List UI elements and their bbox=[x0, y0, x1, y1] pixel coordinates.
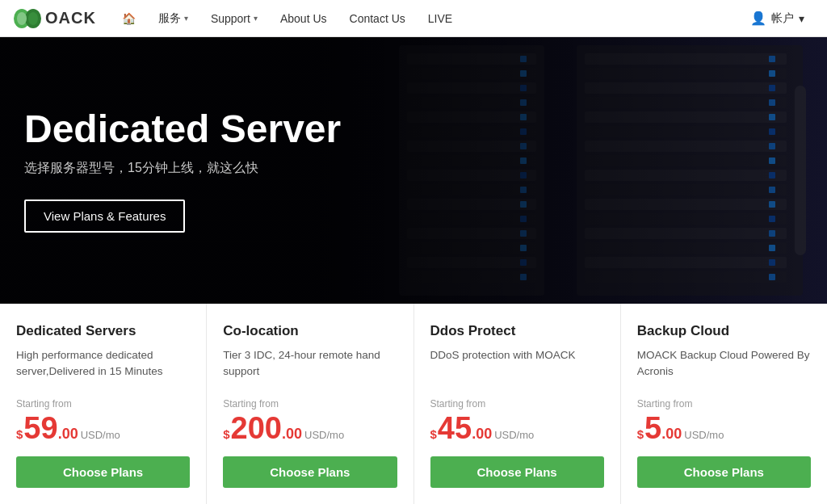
price-dollar-3: $ bbox=[637, 427, 644, 441]
card-dedicated-starting: Starting from bbox=[16, 398, 190, 410]
card-colocation-price: $ 200 .00 USD/mo bbox=[223, 413, 397, 443]
price-main-3: 5 bbox=[644, 413, 661, 443]
price-unit-2: USD/mo bbox=[494, 429, 534, 441]
card-colocation: Co-location Tier 3 IDC, 24-hour remote h… bbox=[207, 304, 414, 504]
choose-plans-button-3[interactable]: Choose Plans bbox=[637, 456, 811, 488]
card-dedicated-desc: High performance dedicated server,Delive… bbox=[16, 347, 190, 385]
navbar: OACK 🏠 服务 ▾ Support ▾ About Us Contact U… bbox=[0, 0, 827, 37]
card-backup-starting: Starting from bbox=[637, 398, 811, 410]
pricing-cards-section: Dedicated Servers High performance dedic… bbox=[0, 304, 827, 504]
hero-content: Dedicated Server 选择服务器型号，15分钟上线，就这么快 Vie… bbox=[0, 108, 365, 233]
price-unit-0: USD/mo bbox=[81, 429, 120, 441]
price-unit-3: USD/mo bbox=[684, 429, 724, 441]
card-backup-title: Backup Cloud bbox=[637, 323, 811, 339]
price-dollar-2: $ bbox=[430, 427, 437, 441]
price-decimal-1: .00 bbox=[282, 426, 302, 443]
card-dedicated: Dedicated Servers High performance dedic… bbox=[0, 304, 207, 504]
price-unit-1: USD/mo bbox=[304, 429, 344, 441]
card-colocation-starting: Starting from bbox=[223, 398, 397, 410]
support-caret: ▾ bbox=[254, 14, 258, 23]
price-main-2: 45 bbox=[438, 413, 472, 443]
account-caret: ▾ bbox=[799, 12, 804, 25]
account-label: 帐户 bbox=[771, 11, 794, 26]
card-dedicated-title: Dedicated Servers bbox=[16, 323, 190, 339]
price-main-1: 200 bbox=[231, 413, 282, 443]
hero-title: Dedicated Server bbox=[24, 108, 341, 151]
svg-point-2 bbox=[17, 12, 27, 25]
nav-support[interactable]: Support ▾ bbox=[199, 0, 269, 37]
nav-home[interactable]: 🏠 bbox=[111, 0, 147, 37]
nav-right: 👤 帐户 ▾ bbox=[741, 0, 814, 37]
card-ddos-title: Ddos Protect bbox=[430, 323, 604, 339]
hero-subtitle: 选择服务器型号，15分钟上线，就这么快 bbox=[24, 160, 341, 177]
account-menu[interactable]: 👤 帐户 ▾ bbox=[741, 0, 814, 37]
card-colocation-title: Co-location bbox=[223, 323, 397, 339]
card-ddos-starting: Starting from bbox=[430, 398, 604, 410]
price-decimal-3: .00 bbox=[661, 426, 682, 443]
svg-point-3 bbox=[28, 12, 38, 25]
services-caret: ▾ bbox=[184, 14, 188, 23]
card-backup: Backup Cloud MOACK Backup Cloud Powered … bbox=[621, 304, 827, 504]
nav-live[interactable]: LIVE bbox=[417, 0, 464, 37]
hero-section: Dedicated Server 选择服务器型号，15分钟上线，就这么快 Vie… bbox=[0, 37, 827, 304]
view-plans-button[interactable]: View Plans & Features bbox=[24, 200, 185, 233]
price-main-0: 59 bbox=[23, 413, 57, 443]
card-ddos-price: $ 45 .00 USD/mo bbox=[430, 413, 604, 443]
card-ddos-desc: DDoS protection with MOACK bbox=[430, 347, 604, 385]
card-backup-desc: MOACK Backup Cloud Powered By Acronis bbox=[637, 347, 811, 385]
price-decimal-2: .00 bbox=[472, 426, 492, 443]
nav-contact[interactable]: Contact Us bbox=[338, 0, 417, 37]
account-icon: 👤 bbox=[750, 10, 766, 26]
price-dollar-0: $ bbox=[16, 427, 23, 441]
choose-plans-button-1[interactable]: Choose Plans bbox=[223, 456, 397, 488]
nav-services[interactable]: 服务 ▾ bbox=[147, 0, 199, 37]
logo-text: OACK bbox=[45, 9, 96, 27]
logo-icon bbox=[13, 7, 42, 30]
price-decimal-0: .00 bbox=[58, 426, 78, 443]
choose-plans-button-2[interactable]: Choose Plans bbox=[430, 456, 604, 488]
logo[interactable]: OACK bbox=[13, 7, 96, 30]
nav-about[interactable]: About Us bbox=[269, 0, 338, 37]
card-colocation-desc: Tier 3 IDC, 24-hour remote hand support bbox=[223, 347, 397, 385]
price-dollar-1: $ bbox=[223, 427, 229, 441]
card-backup-price: $ 5 .00 USD/mo bbox=[637, 413, 811, 443]
card-dedicated-price: $ 59 .00 USD/mo bbox=[16, 413, 190, 443]
card-ddos: Ddos Protect DDoS protection with MOACK … bbox=[414, 304, 621, 504]
choose-plans-button-0[interactable]: Choose Plans bbox=[16, 456, 190, 488]
nav-links: 🏠 服务 ▾ Support ▾ About Us Contact Us LIV… bbox=[111, 0, 741, 37]
